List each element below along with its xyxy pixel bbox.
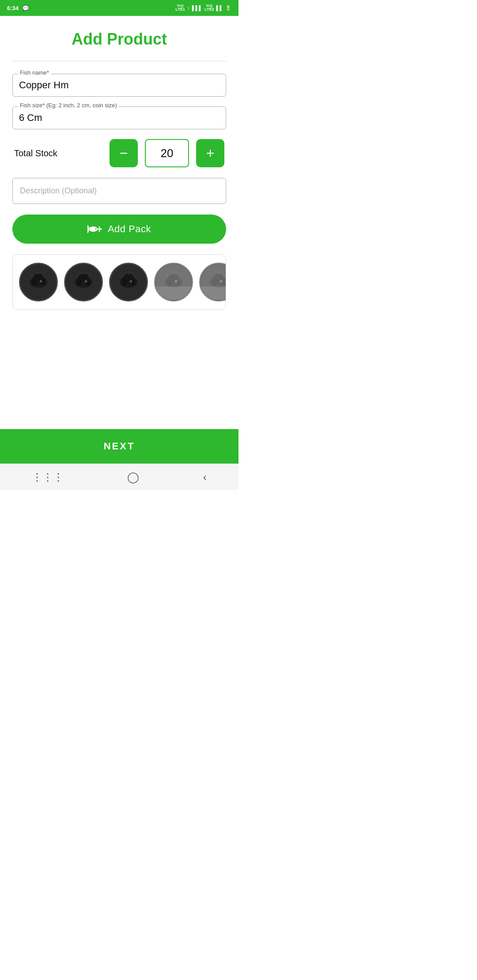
back-icon[interactable]: ‹ — [203, 471, 207, 483]
fish-thumb-4[interactable] — [154, 263, 193, 302]
fish-thumb-3[interactable] — [109, 263, 148, 302]
svg-rect-36 — [201, 286, 226, 300]
content-spacer — [0, 379, 238, 429]
signal-lte1: Vo)) LTE1 — [175, 4, 185, 12]
fish-image-5 — [201, 264, 226, 300]
svg-point-16 — [85, 280, 87, 282]
fish-thumb-1[interactable] — [19, 263, 58, 302]
main-content: Add Product Fish name* Fish size* (Eg: 2… — [0, 16, 238, 379]
svg-point-10 — [40, 280, 42, 282]
fish-thumb-2[interactable] — [64, 263, 103, 302]
description-field[interactable]: Description (Optional) — [12, 178, 226, 204]
next-button-label: NEXT — [104, 441, 135, 452]
status-bar: 6:34 💬 Vo)) LTE1 ↕ ▌▌▌ Vo)) LTE2 ▌▌ 🔋 — [0, 0, 238, 16]
menu-icon[interactable]: ⋮⋮⋮ — [32, 471, 64, 483]
fish-size-input[interactable] — [19, 110, 220, 124]
bottom-nav: ⋮⋮⋮ ◯ ‹ — [0, 464, 238, 490]
signal-bars-1: ▌▌▌ — [192, 5, 202, 11]
plus-icon: + — [206, 145, 215, 162]
stock-label: Total Stock — [14, 148, 102, 158]
home-icon[interactable]: ◯ — [127, 471, 139, 483]
increment-button[interactable]: + — [196, 139, 224, 167]
fish-name-field-group: Fish name* — [12, 74, 226, 97]
divider — [12, 61, 226, 61]
fish-image-2 — [66, 264, 101, 300]
stock-value: 20 — [161, 147, 174, 160]
svg-point-28 — [175, 280, 177, 282]
fish-image-4 — [156, 264, 191, 300]
status-left: 6:34 💬 — [7, 5, 29, 11]
svg-marker-1 — [87, 225, 89, 234]
stock-value-display: 20 — [145, 139, 189, 167]
battery-icon: 🔋 — [225, 5, 231, 11]
svg-rect-29 — [156, 286, 191, 300]
fish-image-1 — [21, 264, 56, 300]
fish-name-label: Fish name* — [18, 69, 51, 76]
minus-icon: − — [120, 145, 128, 162]
signal-lte2: Vo)) LTE2 — [204, 4, 214, 12]
fish-thumb-5[interactable] — [199, 263, 226, 302]
image-gallery — [12, 254, 226, 310]
fish-size-field-group: Fish size* (Eg: 2 inch, 2 cm, coin size) — [12, 106, 226, 129]
status-right: Vo)) LTE1 ↕ ▌▌▌ Vo)) LTE2 ▌▌ 🔋 — [175, 4, 231, 12]
decrement-button[interactable]: − — [110, 139, 138, 167]
svg-point-2 — [95, 228, 96, 230]
description-placeholder: Description (Optional) — [20, 186, 97, 195]
fish-size-label: Fish size* (Eg: 2 inch, 2 cm, coin size) — [18, 102, 119, 109]
svg-point-35 — [220, 280, 222, 282]
page-title: Add Product — [12, 16, 226, 61]
fish-image-3 — [111, 264, 146, 300]
stock-row: Total Stock − 20 + — [12, 139, 226, 167]
fish-name-input[interactable] — [19, 78, 220, 91]
signal-bars-2: ▌▌ — [216, 5, 223, 11]
svg-point-22 — [130, 280, 132, 282]
time-display: 6:34 — [7, 5, 19, 11]
whatsapp-icon: 💬 — [22, 5, 29, 11]
add-pack-label: Add Pack — [108, 223, 151, 235]
add-pack-fish-icon — [87, 224, 102, 234]
signal-arrows: ↕ — [187, 5, 190, 11]
add-pack-button[interactable]: Add Pack — [12, 215, 226, 244]
next-button[interactable]: NEXT — [0, 429, 238, 464]
